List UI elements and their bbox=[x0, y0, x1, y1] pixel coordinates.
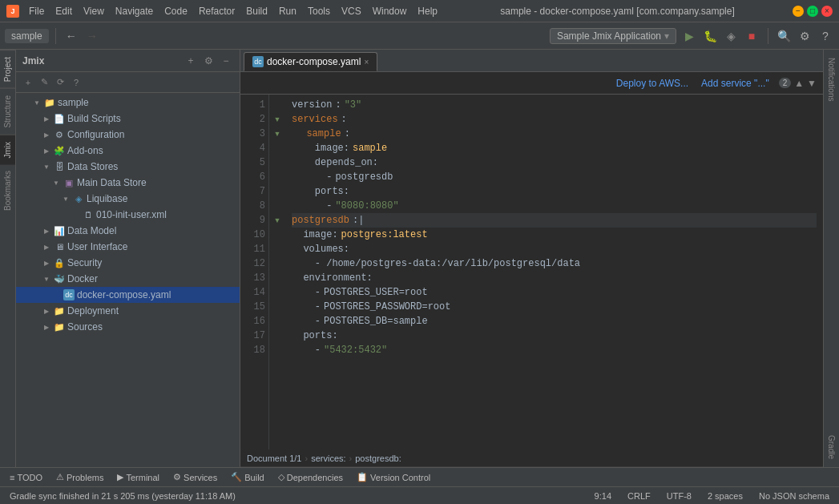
bottom-tab-todo[interactable]: ≡ TODO bbox=[3, 470, 49, 485]
coverage-button[interactable]: ◈ bbox=[721, 26, 740, 46]
menu-view[interactable]: View bbox=[79, 4, 109, 18]
breadcrumb-services[interactable]: services: bbox=[311, 454, 345, 463]
expand-arrow[interactable]: ▶ bbox=[42, 226, 51, 236]
menu-help[interactable]: Help bbox=[413, 4, 442, 18]
project-panel-tab[interactable]: Project bbox=[0, 50, 15, 88]
expand-root-arrow[interactable]: ▼ bbox=[32, 98, 42, 107]
bottom-tab-problems[interactable]: ⚠ Problems bbox=[50, 470, 110, 485]
data-stores-icon: 🗄 bbox=[54, 161, 65, 172]
tree-item-configuration[interactable]: ▶ ⚙ Configuration bbox=[16, 127, 240, 143]
tree-item-sources[interactable]: ▶ 📁 Sources bbox=[16, 319, 240, 335]
add-service-button[interactable]: Add service "..." bbox=[698, 76, 772, 91]
menu-navigate[interactable]: Navigate bbox=[111, 4, 158, 18]
fold-9[interactable]: ▼ bbox=[271, 213, 284, 228]
bottom-tab-version-control[interactable]: 📋 Version Control bbox=[350, 470, 437, 485]
cursor-position[interactable]: 9:14 bbox=[591, 491, 615, 501]
code-content[interactable]: version: "3" services: sample: image: sa… bbox=[285, 95, 823, 450]
structure-panel-tab[interactable]: Structure bbox=[0, 88, 15, 135]
close-button[interactable]: × bbox=[821, 6, 833, 17]
project-tab[interactable]: sample bbox=[5, 29, 49, 43]
expand-arrow[interactable]: ▶ bbox=[42, 114, 51, 123]
down-arrow-icon[interactable]: ▼ bbox=[807, 78, 817, 89]
back-button[interactable]: ← bbox=[63, 27, 80, 45]
bottom-tab-dependencies[interactable]: ◇ Dependencies bbox=[272, 470, 349, 485]
code-line-8: - "8080:8080" bbox=[292, 199, 817, 213]
tree-item-docker-compose[interactable]: ▶ dc docker-compose.yaml bbox=[16, 287, 240, 303]
fold-3[interactable]: ▼ bbox=[271, 127, 284, 141]
menu-run[interactable]: Run bbox=[274, 4, 301, 18]
menu-vcs[interactable]: VCS bbox=[337, 4, 366, 18]
terminal-icon: ▶ bbox=[117, 472, 123, 482]
tree-item-security[interactable]: ▶ 🔒 Security bbox=[16, 255, 240, 271]
stop-button[interactable]: ■ bbox=[742, 26, 761, 46]
breadcrumb-postgresdb[interactable]: postgresdb: bbox=[355, 454, 401, 463]
bottom-tab-services[interactable]: ⚙ Services bbox=[167, 470, 224, 485]
tree-item-liquibase[interactable]: ▼ ◈ Liquibase bbox=[16, 191, 240, 207]
encoding[interactable]: UTF-8 bbox=[664, 491, 695, 501]
maximize-button[interactable]: □ bbox=[807, 6, 818, 17]
fold-2[interactable]: ▼ bbox=[271, 112, 284, 127]
up-arrow-icon[interactable]: ▲ bbox=[794, 78, 804, 89]
question-button[interactable]: ? bbox=[69, 75, 83, 90]
new-element-button[interactable]: + bbox=[21, 75, 35, 90]
panel-gear-button[interactable]: ⚙ bbox=[201, 54, 216, 68]
xml-file-icon: 🗒 bbox=[83, 209, 94, 220]
menu-build[interactable]: Build bbox=[241, 4, 272, 18]
bottom-tab-build[interactable]: 🔨 Build bbox=[224, 470, 270, 485]
expand-arrow[interactable]: ▶ bbox=[42, 306, 51, 316]
notifications-label[interactable]: Notifications bbox=[824, 53, 839, 106]
tree-item-main-data-store[interactable]: ▼ ▣ Main Data Store bbox=[16, 175, 240, 191]
expand-arrow[interactable]: ▶ bbox=[42, 242, 51, 252]
menu-code[interactable]: Code bbox=[159, 4, 192, 18]
bookmarks-panel-tab[interactable]: Bookmarks bbox=[0, 164, 15, 217]
expand-arrow[interactable]: ▼ bbox=[51, 178, 61, 187]
menu-refactor[interactable]: Refactor bbox=[194, 4, 240, 18]
tree-item-deployment[interactable]: ▶ 📁 Deployment bbox=[16, 303, 240, 319]
expand-arrow[interactable]: ▼ bbox=[61, 194, 71, 204]
run-configuration[interactable]: Sample Jmix Application ▾ bbox=[550, 28, 676, 44]
tree-item-addons[interactable]: ▶ 🧩 Add-ons bbox=[16, 143, 240, 159]
deploy-to-aws-button[interactable]: Deploy to AWS... bbox=[613, 76, 692, 91]
security-icon: 🔒 bbox=[54, 257, 65, 268]
run-button[interactable]: ▶ bbox=[680, 26, 699, 46]
expand-arrow[interactable]: ▶ bbox=[42, 146, 51, 155]
tree-root[interactable]: ▼ 📁 sample bbox=[16, 95, 240, 111]
close-tab-button[interactable]: × bbox=[364, 58, 369, 67]
main-area: Project Structure Jmix Bookmarks Jmix + … bbox=[0, 50, 839, 467]
settings-button[interactable]: ⚙ bbox=[796, 27, 813, 45]
line-ending[interactable]: CRLF bbox=[624, 491, 654, 501]
tree-item-data-model[interactable]: ▶ 📊 Data Model bbox=[16, 223, 240, 239]
gradle-label[interactable]: Gradle bbox=[824, 430, 839, 464]
json-schema[interactable]: No JSON schema bbox=[756, 491, 833, 501]
search-everywhere-button[interactable]: 🔍 bbox=[775, 27, 793, 45]
minimize-button[interactable]: − bbox=[793, 6, 804, 17]
panel-add-button[interactable]: + bbox=[184, 54, 198, 68]
tree-item-docker[interactable]: ▼ 🐳 Docker bbox=[16, 271, 240, 287]
expand-arrow[interactable]: ▼ bbox=[42, 162, 51, 171]
sync-button[interactable]: ⟳ bbox=[53, 75, 67, 90]
menu-window[interactable]: Window bbox=[368, 4, 412, 18]
tree-label-data-model: Data Model bbox=[67, 225, 116, 236]
expand-arrow[interactable]: ▶ bbox=[42, 322, 51, 332]
bottom-tab-terminal[interactable]: ▶ Terminal bbox=[111, 470, 166, 485]
tree-item-010-init-user[interactable]: ▶ 🗒 010-init-user.xml bbox=[16, 207, 240, 223]
indent-type[interactable]: 2 spaces bbox=[704, 491, 746, 501]
editor-tab-docker-compose[interactable]: dc docker-compose.yaml × bbox=[244, 52, 377, 71]
jmix-panel-tab[interactable]: Jmix bbox=[0, 135, 15, 165]
breadcrumb-doc[interactable]: Document 1/1 bbox=[247, 454, 301, 463]
tree-item-data-stores[interactable]: ▼ 🗄 Data Stores bbox=[16, 159, 240, 175]
edit-button[interactable]: ✎ bbox=[37, 75, 51, 90]
menu-edit[interactable]: Edit bbox=[50, 4, 77, 18]
menu-file[interactable]: File bbox=[24, 4, 49, 18]
expand-arrow[interactable]: ▼ bbox=[42, 274, 51, 284]
forward-button[interactable]: → bbox=[83, 27, 101, 45]
panel-minimize-button[interactable]: − bbox=[219, 54, 233, 68]
expand-arrow[interactable]: ▶ bbox=[42, 130, 51, 139]
debug-button[interactable]: 🐛 bbox=[700, 26, 720, 46]
tree-item-build-scripts[interactable]: ▶ 📄 Build Scripts bbox=[16, 111, 240, 127]
expand-arrow[interactable]: ▶ bbox=[42, 258, 51, 268]
help-button[interactable]: ? bbox=[817, 27, 834, 45]
toolbar-separator-2 bbox=[768, 28, 768, 44]
menu-tools[interactable]: Tools bbox=[303, 4, 335, 18]
tree-item-user-interface[interactable]: ▶ 🖥 User Interface bbox=[16, 239, 240, 255]
